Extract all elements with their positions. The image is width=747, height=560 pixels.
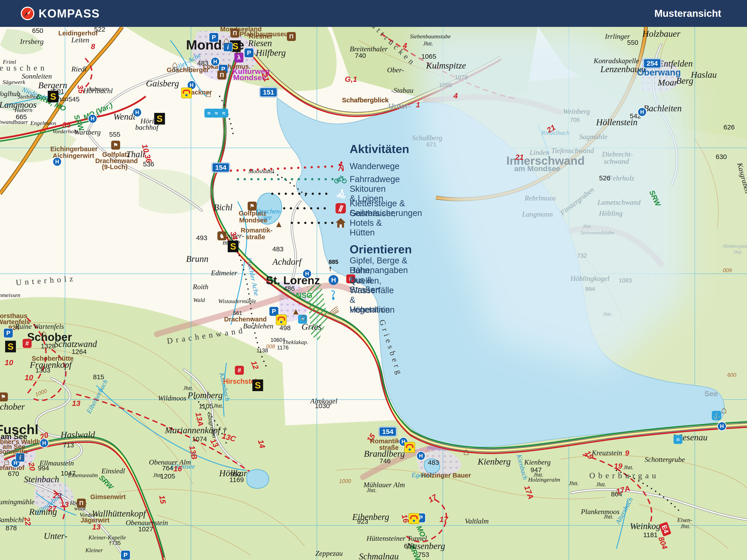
map-label: Jhtt. [569, 480, 579, 487]
map-label: Sägewerk [2, 79, 25, 85]
map-label: Kienbach [515, 454, 530, 480]
map-sheet: KOMPASS Musteransicht [0, 0, 747, 560]
map-label: 1264 [72, 348, 87, 355]
map-label: NSG [296, 291, 312, 300]
map-label: 8 [91, 42, 95, 51]
map-label: Hilfberg [256, 48, 286, 58]
map-label: 1000 [34, 388, 48, 398]
map-label: SRW [648, 189, 662, 208]
map-label: 1095 [439, 82, 452, 89]
map-label: Weinberg [563, 107, 590, 115]
map-label: Jhtt. [596, 481, 606, 488]
map-label: 713 [63, 441, 74, 449]
map-label: 1169 [230, 476, 244, 484]
map-label: Riedl [71, 65, 86, 73]
map-label: Eibenseealm [68, 472, 98, 479]
kompass-poi-badge [276, 315, 287, 325]
map-label: Kulmspitze [426, 60, 466, 71]
map-label: Steinbach [24, 474, 59, 484]
map-label: Brunn [186, 254, 208, 264]
map-label: 650 [32, 27, 43, 34]
guesthouse-icon: ⌂ [41, 328, 47, 339]
map-label: 671 [427, 141, 436, 148]
map-label: 1176 [277, 345, 289, 351]
golf-badge: ⚑ [248, 202, 257, 211]
museum-badge: Π [287, 32, 296, 41]
map-label: Riesen [248, 38, 272, 48]
map-label: 21 [515, 153, 524, 161]
map-label: Bachlehen [243, 322, 273, 330]
map-label: Aubauer [88, 85, 108, 92]
map-label: schwand [604, 157, 629, 165]
map-label: 35 [62, 121, 71, 129]
bus-stop-icon: H [329, 275, 338, 285]
compass-icon [21, 6, 34, 20]
map-label: Griesberg [378, 318, 405, 378]
ski-bus-badge: S [252, 379, 263, 391]
map-label: Jhtt. [583, 223, 592, 230]
map-label: Unter- [44, 531, 68, 541]
map-label: Mariannenkopf † [165, 425, 227, 435]
map-label: Schober [0, 401, 25, 412]
map-label: Wildmoos [158, 394, 186, 402]
map-label: Plankenmoos [581, 508, 619, 516]
legend-item-label: Höhenlinien [350, 305, 395, 315]
map-label: Eisen- [677, 517, 692, 524]
map-label: 483 [428, 459, 439, 466]
map-label: Drachenwand [166, 325, 246, 346]
map-label: 009 [723, 267, 732, 273]
map-label: 20 [27, 462, 37, 472]
map-label: Romantik- [241, 227, 273, 234]
map-label: Oberburgau [589, 471, 659, 480]
map-label: Wendt [113, 111, 136, 122]
map-label: Höblingkogel [570, 274, 610, 283]
map-label: MO (Var.) [82, 101, 114, 122]
ski-bus-badge: S [228, 241, 238, 252]
map-label: 630 [716, 153, 727, 161]
map-label: Jhtt. [603, 311, 612, 317]
ski-bus-badge: S [154, 113, 165, 125]
map-label: Steiblhof [18, 94, 38, 100]
map-label: 550 [627, 39, 638, 46]
map-label: 12 [249, 360, 260, 371]
map-label: Rumingmühle [0, 498, 34, 506]
road-number-badge: 154 [379, 427, 397, 436]
map-label: 17A [522, 484, 535, 500]
map-label: 35 [76, 84, 86, 94]
map-label: (9-Loch) [102, 163, 128, 171]
map-label: 804 [657, 536, 669, 551]
map-label: Schafbergblick [342, 97, 389, 104]
map-label: Bergern [38, 80, 67, 90]
map-label: 22 [23, 516, 33, 526]
swimming-badge: ≈ [204, 109, 213, 117]
map-label: Jhtt. [153, 472, 163, 479]
map-label: G,1 [345, 75, 357, 84]
map-label: Vorderholz [52, 128, 78, 135]
map-label: Wald [193, 297, 205, 303]
house-icon [335, 218, 346, 228]
header-bar: KOMPASS Musteransicht [0, 0, 747, 27]
map-label: Schußberg [412, 134, 442, 142]
map-label: 498 [280, 324, 291, 332]
bus-stop-badge: H [88, 114, 97, 124]
map-label: Irrsberg [20, 37, 44, 46]
map-label: 19 [614, 462, 622, 471]
map-label: am Mondsee [514, 164, 560, 173]
map-label: Bichl [213, 202, 232, 213]
map-label: Bambichl [0, 516, 24, 524]
map-label: Leiten [71, 36, 89, 44]
legend-section-title: Aktivitäten [350, 142, 409, 156]
map-label: †735 [109, 540, 121, 546]
map-label: Habern [15, 107, 32, 113]
map-label: 1065 [421, 53, 436, 60]
map-label: Gaisberg [146, 78, 179, 89]
riding-badge: ♞ [217, 231, 226, 240]
map-label: straße [246, 233, 265, 241]
map-label: Haslau [691, 70, 717, 80]
kompass-poi-badge [181, 87, 192, 98]
map-label: 008 [266, 343, 275, 350]
map-label: Schatzwand [54, 339, 97, 349]
map-label: 13 [92, 523, 101, 531]
map-canvas[interactable]: AktivitätenWanderwegeFahrradwegeSkitoure… [0, 27, 747, 560]
legend-item-label: Gasthäuser, Hotels & Hütten [350, 209, 395, 237]
